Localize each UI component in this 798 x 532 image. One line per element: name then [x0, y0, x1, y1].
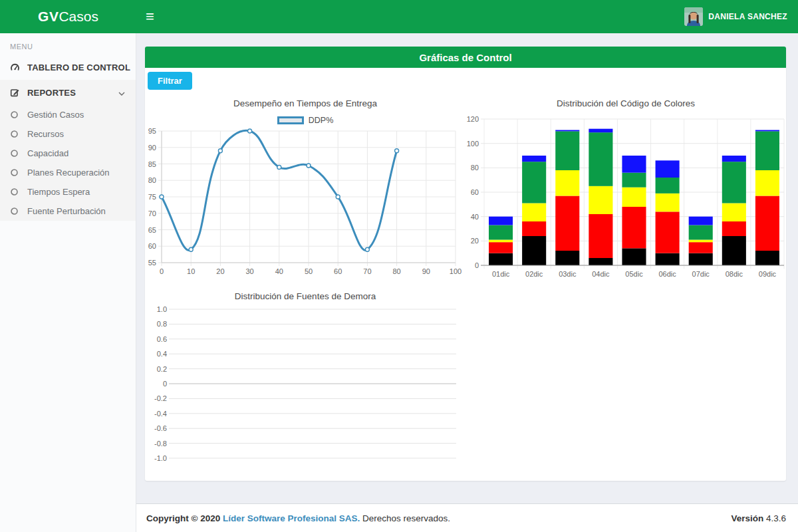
- page-title-bar: Gráficas de Control: [145, 47, 786, 68]
- svg-text:0: 0: [160, 267, 164, 275]
- svg-text:07dic: 07dic: [692, 270, 710, 278]
- legend-marker: [277, 116, 304, 124]
- line-chart-legend[interactable]: DDP%: [145, 115, 466, 126]
- line-chart-panel: Desempeño en Tiempos de Entrega DDP% 010…: [145, 90, 466, 280]
- footer: Copyright © 2020 Líder Software Profesio…: [136, 503, 798, 532]
- svg-text:40: 40: [471, 213, 479, 221]
- circle-icon: [10, 130, 22, 138]
- svg-text:0.4: 0.4: [157, 350, 167, 358]
- sidebar-section-label: MENU: [0, 33, 136, 55]
- sidebar-subitem-gestion-casos[interactable]: Gestión Casos: [0, 105, 136, 124]
- svg-text:1.0: 1.0: [157, 305, 167, 313]
- svg-text:0.8: 0.8: [157, 320, 167, 328]
- svg-text:70: 70: [363, 267, 371, 275]
- sidebar-subitem-label: Fuente Perturbación: [27, 206, 106, 216]
- line-chart-title: Desempeño en Tiempos de Entrega: [145, 98, 466, 110]
- svg-text:-0.4: -0.4: [154, 410, 167, 418]
- copyright-text: Copyright © 2020 Líder Software Profesio…: [146, 513, 450, 523]
- brand-logo-bold: GV: [38, 9, 59, 24]
- chevron-down-icon: [118, 88, 125, 98]
- legend-label: DDP%: [309, 116, 334, 125]
- filter-button[interactable]: Filtrar: [148, 72, 192, 90]
- svg-text:80: 80: [392, 267, 400, 275]
- svg-text:04dic: 04dic: [592, 270, 610, 278]
- sidebar-subitem-planes-recuperacion[interactable]: Planes Recuperación: [0, 163, 136, 182]
- svg-text:-0.2: -0.2: [154, 394, 167, 402]
- svg-text:-0.8: -0.8: [154, 440, 167, 448]
- bar-chart-panel: Distribución del Código de Colores 02040…: [466, 90, 786, 280]
- user-avatar: [684, 7, 703, 26]
- svg-text:0: 0: [475, 261, 479, 269]
- svg-text:09dic: 09dic: [759, 270, 777, 278]
- svg-text:06dic: 06dic: [658, 270, 676, 278]
- sidebar: MENU TABLERO DE CONTROL REPORTES: [0, 33, 136, 532]
- empty-chart-title: Distribución de Fuentes de Demora: [145, 291, 466, 303]
- svg-text:0.6: 0.6: [157, 335, 167, 343]
- svg-text:0: 0: [163, 380, 167, 388]
- svg-text:-1.0: -1.0: [154, 454, 167, 462]
- svg-text:85: 85: [148, 160, 156, 168]
- top-navbar: GVCasos ≡ DANIELA SANCHEZ: [0, 0, 798, 33]
- svg-text:65: 65: [148, 226, 156, 234]
- svg-text:40: 40: [275, 267, 283, 275]
- sidebar-toggle-button[interactable]: ≡: [146, 9, 154, 24]
- svg-text:20: 20: [216, 267, 224, 275]
- svg-text:05dic: 05dic: [625, 270, 643, 278]
- svg-text:100: 100: [467, 140, 479, 148]
- svg-text:08dic: 08dic: [726, 270, 743, 278]
- company-link[interactable]: Líder Software Profesional SAS.: [223, 513, 360, 523]
- sidebar-subitem-label: Capacidad: [27, 148, 68, 158]
- svg-text:10: 10: [187, 267, 195, 275]
- sidebar-subitem-label: Planes Recuperación: [27, 168, 110, 178]
- sidebar-subitem-fuente-perturbacion[interactable]: Fuente Perturbación: [0, 201, 136, 221]
- empty-panel: [466, 280, 786, 464]
- svg-text:30: 30: [245, 267, 253, 275]
- empty-chart-panel: Distribución de Fuentes de Demora 1.00.8…: [145, 280, 466, 464]
- svg-text:80: 80: [471, 164, 479, 172]
- svg-text:90: 90: [148, 144, 156, 152]
- svg-text:55: 55: [148, 259, 156, 267]
- brand-logo[interactable]: GVCasos: [0, 9, 136, 25]
- charts-row-2: Distribución de Fuentes de Demora 1.00.8…: [145, 280, 786, 464]
- svg-text:03dic: 03dic: [559, 270, 577, 278]
- sidebar-subitem-capacidad[interactable]: Capacidad: [0, 144, 136, 163]
- sidebar-item-reportes[interactable]: REPORTES: [0, 80, 136, 105]
- sidebar-subitem-recursos[interactable]: Recursos: [0, 124, 136, 144]
- sidebar-subitem-label: Gestión Casos: [27, 110, 84, 120]
- svg-text:02dic: 02dic: [525, 270, 543, 278]
- bar-chart-title: Distribución del Código de Colores: [466, 98, 786, 110]
- line-chart: 0102030405060708090100556065707580859095: [146, 127, 465, 277]
- svg-text:60: 60: [471, 188, 479, 196]
- svg-text:-0.6: -0.6: [154, 424, 167, 432]
- circle-icon: [10, 188, 22, 196]
- sidebar-treeview-reportes: REPORTES Gestión Casos Recursos Capacida…: [0, 80, 136, 221]
- sidebar-item-tablero-de-control[interactable]: TABLERO DE CONTROL: [0, 55, 136, 80]
- stacked-bar-chart: 02040608010012001dic02dic03dic04dic05dic…: [466, 112, 786, 280]
- svg-text:75: 75: [148, 193, 156, 201]
- version-text: Versión 4.3.6: [731, 513, 786, 523]
- circle-icon: [10, 149, 22, 158]
- sidebar-item-label: TABLERO DE CONTROL: [27, 63, 130, 72]
- rights-text: Derechos reservados.: [362, 513, 450, 523]
- user-menu[interactable]: DANIELA SANCHEZ: [684, 7, 787, 26]
- svg-text:60: 60: [148, 242, 156, 250]
- svg-text:100: 100: [450, 267, 462, 275]
- svg-text:95: 95: [148, 127, 156, 135]
- svg-text:70: 70: [148, 209, 156, 217]
- copyright-prefix: Copyright © 2020: [146, 513, 220, 523]
- circle-icon: [10, 207, 22, 215]
- svg-text:20: 20: [471, 237, 479, 245]
- reportes-submenu: Gestión Casos Recursos Capacidad Planes …: [0, 105, 136, 221]
- circle-icon: [10, 168, 22, 177]
- user-name: DANIELA SANCHEZ: [708, 12, 787, 21]
- charts-row: Desempeño en Tiempos de Entrega DDP% 010…: [145, 90, 786, 280]
- content-area: Gráficas de Control Filtrar Desempeño en…: [136, 33, 798, 503]
- sidebar-subitem-label: Tiempos Espera: [27, 187, 90, 197]
- tachometer-icon: [10, 63, 22, 72]
- main-column: Gráficas de Control Filtrar Desempeño en…: [136, 33, 798, 532]
- svg-text:90: 90: [422, 267, 430, 275]
- svg-text:120: 120: [467, 115, 479, 123]
- sidebar-subitem-tiempos-espera[interactable]: Tiempos Espera: [0, 182, 136, 201]
- circle-icon: [10, 110, 22, 119]
- sidebar-subitem-label: Recursos: [27, 129, 64, 139]
